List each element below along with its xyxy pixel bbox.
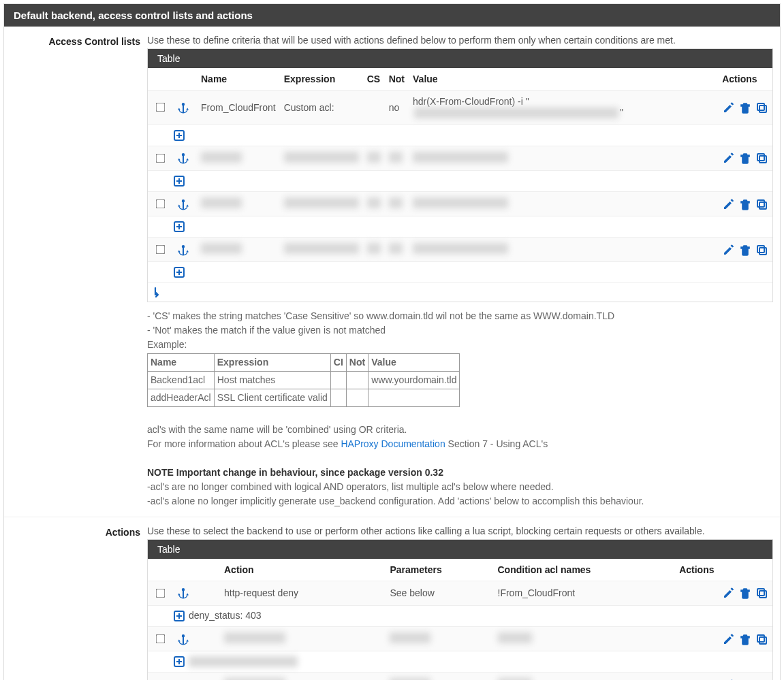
acl-table: Name Expression CS Not Value Actions Fro… — [148, 68, 772, 283]
cell-condition: !From_CloudFront — [494, 581, 676, 605]
acl-section-label: Access Control lists — [4, 35, 147, 508]
edit-icon[interactable] — [723, 587, 735, 599]
col-actions2: Actions — [675, 559, 772, 581]
help-moreinfo-post: Section 7 - Using ACL's — [445, 438, 548, 449]
edit-icon[interactable] — [723, 198, 735, 210]
subrow-text: deny_status: 403 — [189, 610, 262, 621]
delete-icon[interactable] — [739, 101, 751, 114]
table-row — [148, 191, 772, 216]
col-cs: CS — [363, 68, 385, 91]
delete-icon[interactable] — [739, 587, 751, 599]
cell-expression: Custom acl: — [280, 91, 363, 125]
table-row — [148, 146, 772, 170]
table-row: http-request deny See below !From_CloudF… — [148, 581, 772, 605]
anchor-icon[interactable] — [177, 152, 189, 164]
col-expression: Expression — [280, 68, 363, 91]
table-row: From_CloudFront Custom acl: no hdr(X-Fro… — [148, 91, 772, 125]
col-parameters: Parameters — [386, 559, 493, 581]
col-condition: Condition acl names — [494, 559, 676, 581]
cell-value: hdr(X-From-CloudFront) -i "" — [409, 91, 718, 125]
copy-icon[interactable] — [755, 101, 768, 114]
help-moreinfo-pre: For more information about ACL's please … — [147, 438, 341, 449]
add-icon[interactable] — [173, 655, 185, 668]
col-actions: Actions — [718, 68, 772, 91]
copy-icon[interactable] — [755, 198, 768, 210]
help-not: - 'Not' makes the match if the value giv… — [147, 323, 773, 338]
help-combine: acl's with the same name will be 'combin… — [147, 423, 773, 437]
copy-icon[interactable] — [755, 633, 768, 645]
help-note-title: NOTE Important change in behaviour, sinc… — [147, 466, 773, 480]
col-not: Not — [385, 68, 409, 91]
cell-parameters: See below — [386, 581, 493, 605]
table-row — [148, 673, 772, 680]
actions-section-label: Actions — [4, 525, 147, 680]
col-action: Action — [197, 559, 386, 581]
panel-title: Default backend, access control lists an… — [4, 4, 780, 27]
haproxy-doc-link[interactable]: HAProxy Documentation — [341, 438, 445, 449]
actions-description: Use these to select the backend to use o… — [147, 525, 773, 536]
row-checkbox[interactable] — [156, 153, 166, 163]
anchor-icon[interactable] — [177, 244, 189, 256]
add-icon[interactable] — [173, 129, 185, 142]
copy-icon[interactable] — [755, 244, 768, 256]
anchor-icon[interactable] — [177, 198, 189, 210]
row-checkbox[interactable] — [156, 634, 166, 644]
anchor-icon[interactable] — [177, 633, 189, 645]
copy-icon[interactable] — [755, 587, 768, 599]
help-cs: - 'CS' makes the string matches 'Case Se… — [147, 309, 773, 323]
add-icon[interactable] — [173, 175, 185, 187]
help-note2: -acl's alone no longer implicitly genera… — [147, 494, 773, 508]
cell-name: From_CloudFront — [197, 91, 280, 125]
return-icon[interactable] — [153, 287, 165, 299]
row-checkbox[interactable] — [156, 245, 166, 255]
add-icon[interactable] — [173, 266, 185, 278]
edit-icon[interactable] — [723, 633, 735, 645]
delete-icon[interactable] — [739, 152, 751, 164]
col-name: Name — [197, 68, 280, 91]
add-icon[interactable] — [173, 221, 185, 233]
table-row — [148, 238, 772, 262]
row-checkbox[interactable] — [156, 103, 166, 112]
actions-table: Action Parameters Condition acl names Ac… — [148, 559, 772, 680]
help-note1: -acl's are no longer combined with logic… — [147, 480, 773, 494]
row-checkbox[interactable] — [156, 588, 166, 598]
edit-icon[interactable] — [723, 244, 735, 256]
cell-action: http-request deny — [197, 581, 386, 605]
delete-icon[interactable] — [739, 633, 751, 645]
table-row — [148, 627, 772, 651]
edit-icon[interactable] — [723, 152, 735, 164]
anchor-icon[interactable] — [177, 101, 189, 114]
acl-description: Use these to define criteria that will b… — [147, 35, 773, 46]
actions-table-title: Table — [148, 540, 772, 559]
row-checkbox[interactable] — [156, 199, 166, 209]
add-icon[interactable] — [173, 610, 185, 622]
delete-icon[interactable] — [739, 244, 751, 256]
help-example-label: Example: — [147, 338, 773, 352]
acl-table-title: Table — [148, 49, 772, 68]
cell-cs — [363, 91, 385, 125]
edit-icon[interactable] — [723, 101, 735, 114]
copy-icon[interactable] — [755, 152, 768, 164]
delete-icon[interactable] — [739, 198, 751, 210]
col-value: Value — [409, 68, 718, 91]
cell-not: no — [385, 91, 409, 125]
anchor-icon[interactable] — [177, 587, 189, 599]
example-table: Name Expression CI Not Value Backend1acl… — [147, 353, 460, 407]
